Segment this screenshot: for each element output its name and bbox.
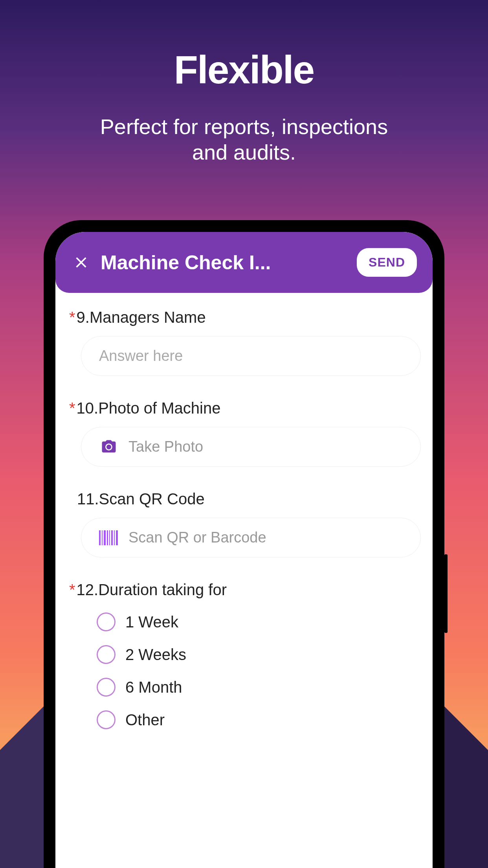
question-10: *10.Photo of Machine Take Photo — [67, 399, 421, 467]
question-11: 11.Scan QR Code Scan QR or Barcode — [67, 490, 421, 557]
radio-label-1week: 1 Week — [125, 613, 178, 631]
phone-frame: Machine Check I... SEND *9.Managers Name… — [44, 220, 444, 868]
question-12: *12.Duration taking for 1 Week 2 Weeks 6… — [67, 581, 421, 729]
svg-rect-1 — [102, 530, 103, 545]
svg-rect-7 — [116, 530, 118, 545]
question-9-input-wrap[interactable] — [81, 336, 421, 376]
question-9: *9.Managers Name — [67, 309, 421, 376]
radio-label-2weeks: 2 Weeks — [125, 646, 186, 664]
form-title: Machine Check I... — [101, 251, 347, 274]
scan-qr-button[interactable]: Scan QR or Barcode — [81, 518, 421, 557]
svg-rect-2 — [104, 530, 106, 545]
hero-subtitle-line2: and audits. — [192, 140, 296, 164]
svg-rect-0 — [99, 530, 101, 545]
radio-label-6month: 6 Month — [125, 679, 182, 696]
send-button[interactable]: SEND — [357, 248, 417, 277]
required-marker: * — [69, 581, 75, 598]
duration-radio-list: 1 Week 2 Weeks 6 Month Other — [97, 612, 421, 729]
close-icon — [72, 254, 90, 271]
app-header: Machine Check I... SEND — [55, 232, 433, 293]
svg-rect-5 — [111, 530, 113, 545]
phone-side-button — [444, 554, 448, 633]
question-9-label: *9.Managers Name — [67, 309, 421, 326]
required-marker: * — [69, 309, 75, 326]
form-area: *9.Managers Name *10.Photo of Machine Ta… — [55, 293, 433, 769]
radio-option-1week[interactable]: 1 Week — [97, 612, 421, 631]
radio-option-2weeks[interactable]: 2 Weeks — [97, 645, 421, 664]
question-10-label: *10.Photo of Machine — [67, 399, 421, 417]
camera-icon — [99, 439, 119, 455]
question-11-label: 11.Scan QR Code — [67, 490, 421, 508]
svg-rect-3 — [107, 530, 108, 545]
required-marker: * — [69, 399, 75, 417]
question-10-text: 10.Photo of Machine — [77, 399, 221, 417]
question-12-text: 12.Duration taking for — [77, 581, 227, 598]
radio-circle-icon — [97, 710, 116, 729]
take-photo-button[interactable]: Take Photo — [81, 427, 421, 467]
question-12-label: *12.Duration taking for — [67, 581, 421, 599]
radio-circle-icon — [97, 612, 116, 631]
radio-option-6month[interactable]: 6 Month — [97, 678, 421, 697]
question-11-text: 11.Scan QR Code — [77, 490, 205, 508]
svg-rect-6 — [114, 530, 115, 545]
radio-circle-icon — [97, 678, 116, 697]
question-9-text: 9.Managers Name — [77, 309, 206, 326]
scan-qr-label: Scan QR or Barcode — [128, 529, 266, 546]
barcode-icon — [99, 530, 119, 545]
hero-title: Flexible — [0, 47, 488, 92]
take-photo-label: Take Photo — [128, 438, 203, 455]
managers-name-input[interactable] — [99, 348, 403, 364]
radio-option-other[interactable]: Other — [97, 710, 421, 729]
svg-rect-4 — [109, 530, 110, 545]
radio-label-other: Other — [125, 711, 165, 729]
radio-circle-icon — [97, 645, 116, 664]
hero-subtitle-line1: Perfect for reports, inspections — [100, 115, 388, 138]
close-button[interactable] — [71, 253, 91, 272]
hero-subtitle: Perfect for reports, inspections and aud… — [0, 114, 488, 165]
phone-screen: Machine Check I... SEND *9.Managers Name… — [55, 232, 433, 868]
